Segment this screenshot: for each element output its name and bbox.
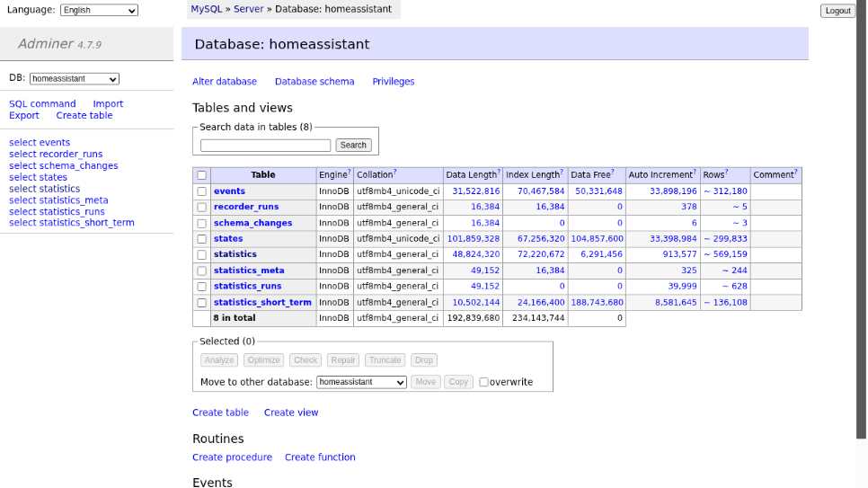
rows-count-link[interactable]: ~ 244 [722, 266, 748, 276]
data-free-link[interactable]: 188,743,680 [571, 297, 624, 307]
sidebar-select-link[interactable]: select [9, 194, 36, 205]
index-length-link[interactable]: 16,384 [536, 266, 564, 276]
index-length-link[interactable]: 16,384 [536, 202, 564, 212]
data-length-link[interactable]: 16,384 [471, 202, 500, 212]
rows-count-link[interactable]: ~ 3 [732, 218, 747, 228]
sidebar-select-link[interactable]: select [9, 172, 36, 182]
alter-database-link[interactable]: Alter database [192, 75, 257, 86]
data-free-link[interactable]: 0 [617, 202, 623, 212]
index-length-link[interactable]: 0 [560, 218, 565, 228]
rows-count-link[interactable]: ~ 569,159 [704, 250, 748, 260]
repair-button[interactable]: Repair [327, 353, 359, 367]
help-link[interactable]: ? [348, 168, 351, 175]
help-link[interactable]: ? [611, 168, 615, 175]
overwrite-label[interactable]: overwrite [490, 377, 533, 388]
table-name-link[interactable]: events [213, 186, 245, 196]
sidebar-select-link[interactable]: select [9, 138, 36, 148]
index-length-link[interactable]: 72,220,672 [518, 250, 565, 260]
drop-button[interactable]: Drop [411, 353, 437, 367]
help-link[interactable]: ? [725, 168, 729, 175]
sidebar-table-link[interactable]: statistics_meta [40, 194, 109, 205]
copy-button[interactable]: Copy [444, 376, 473, 389]
auto-increment-link[interactable]: 325 [681, 266, 697, 276]
table-name-link[interactable]: schema_changes [213, 218, 292, 228]
table-name-link[interactable]: statistics_meta [213, 266, 284, 276]
db-select[interactable]: homeassistant [30, 73, 120, 85]
move-database-select[interactable]: homeassistant [316, 376, 406, 388]
data-free-link[interactable]: 0 [617, 218, 623, 228]
language-select[interactable]: English [61, 4, 138, 16]
logout-button[interactable]: Logout [820, 4, 855, 18]
auto-increment-link[interactable]: 8,581,645 [655, 297, 697, 307]
auto-increment-link[interactable]: 33,898,196 [650, 186, 697, 196]
table-name-link[interactable]: statistics_runs [213, 281, 281, 291]
rows-count-link[interactable]: ~ 299,833 [704, 234, 748, 244]
rows-count-link[interactable]: ~ 5 [732, 202, 747, 212]
sql-command-link[interactable]: SQL command [9, 99, 75, 110]
data-length-link[interactable]: 16,384 [471, 218, 500, 228]
table-name-link[interactable]: states [213, 234, 243, 244]
sidebar-select-link[interactable]: select [9, 217, 36, 228]
row-checkbox[interactable] [197, 298, 206, 307]
scrollbar-thumb[interactable] [856, 0, 866, 439]
rows-count-link[interactable]: ~ 628 [722, 281, 748, 291]
table-name-link[interactable]: recorder_runs [213, 202, 279, 212]
row-checkbox[interactable] [197, 282, 206, 291]
help-link[interactable]: ? [497, 168, 500, 175]
create-function-link[interactable]: Create function [285, 452, 356, 463]
sidebar-table-link[interactable]: events [40, 138, 70, 148]
sidebar-select-link[interactable]: select [9, 148, 36, 159]
breadcrumb-mysql-link[interactable]: MySQL [190, 4, 222, 14]
sidebar-table-link[interactable]: states [40, 172, 67, 182]
data-free-link[interactable]: 50,331,648 [575, 186, 623, 196]
sidebar-table-link[interactable]: statistics_runs [40, 206, 105, 217]
rows-count-link[interactable]: ~ 312,180 [704, 186, 748, 196]
auto-increment-link[interactable]: 6 [692, 218, 697, 228]
create-procedure-link[interactable]: Create procedure [192, 452, 272, 463]
create-table-link[interactable]: Create table [57, 111, 113, 121]
auto-increment-link[interactable]: 33,398,984 [650, 234, 697, 244]
truncate-button[interactable]: Truncate [365, 353, 405, 367]
scrollbar[interactable] [856, 0, 868, 488]
database-schema-link[interactable]: Database schema [275, 75, 354, 86]
sidebar-select-link[interactable]: select [9, 183, 36, 194]
auto-increment-link[interactable]: 378 [681, 202, 697, 212]
index-length-link[interactable]: 70,467,584 [518, 186, 565, 196]
data-length-link[interactable]: 101,859,328 [447, 234, 500, 244]
export-link[interactable]: Export [9, 111, 39, 121]
row-checkbox[interactable] [197, 203, 206, 212]
data-free-link[interactable]: 0 [617, 281, 623, 291]
data-free-link[interactable]: 104,857,600 [571, 234, 624, 244]
row-checkbox[interactable] [197, 251, 206, 260]
check-button[interactable]: Check [289, 353, 321, 367]
data-free-link[interactable]: 0 [617, 266, 623, 276]
table-name-link[interactable]: statistics_short_term [213, 297, 312, 307]
rows-count-link[interactable]: ~ 136,108 [704, 297, 748, 307]
index-length-link[interactable]: 0 [560, 281, 565, 291]
auto-increment-link[interactable]: 913,577 [663, 250, 697, 260]
index-length-link[interactable]: 24,166,400 [518, 297, 565, 307]
sidebar-select-link[interactable]: select [9, 206, 36, 217]
data-length-link[interactable]: 48,824,320 [453, 250, 500, 260]
row-checkbox[interactable] [197, 187, 206, 196]
row-checkbox[interactable] [197, 266, 206, 275]
search-input[interactable] [200, 139, 331, 152]
row-checkbox[interactable] [197, 235, 206, 244]
sidebar-table-link[interactable]: statistics_short_term [40, 217, 135, 228]
create-view-link[interactable]: Create view [264, 407, 319, 418]
data-length-link[interactable]: 10,502,144 [453, 297, 500, 307]
import-link[interactable]: Import [93, 99, 124, 110]
data-length-link[interactable]: 31,522,816 [453, 186, 500, 196]
auto-increment-link[interactable]: 39,999 [669, 281, 697, 291]
help-link[interactable]: ? [693, 168, 696, 175]
sidebar-table-link[interactable]: recorder_runs [40, 148, 103, 159]
sidebar-table-link[interactable]: schema_changes [40, 160, 119, 171]
analyze-button[interactable]: Analyze [200, 353, 238, 367]
row-checkbox[interactable] [197, 218, 206, 227]
table-name-link[interactable]: statistics [213, 250, 256, 260]
search-button[interactable]: Search [335, 138, 371, 152]
sidebar-select-link[interactable]: select [9, 160, 36, 171]
help-link[interactable]: ? [560, 168, 563, 175]
adminer-logo-link[interactable]: Adminer [17, 36, 72, 51]
optimize-button[interactable]: Optimize [244, 353, 285, 367]
